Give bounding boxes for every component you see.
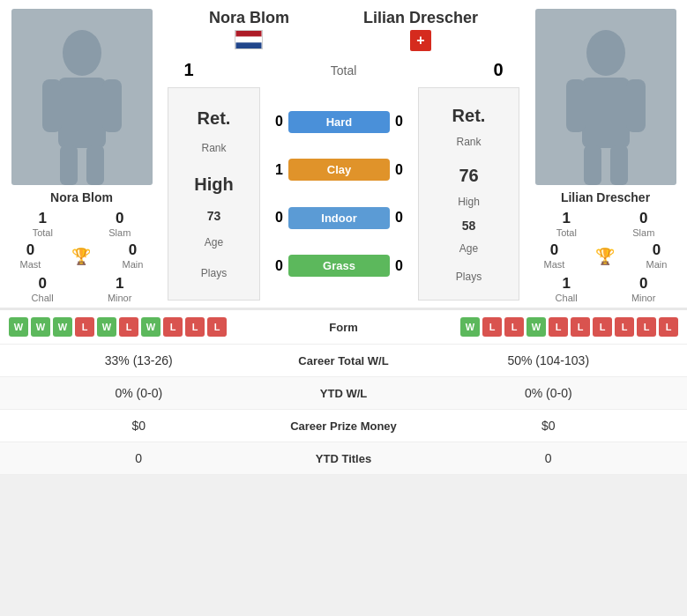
grass-button[interactable]: Grass — [288, 255, 390, 277]
right-stat-minor: 0 Minor — [631, 275, 656, 303]
total-score-left: 1 — [176, 60, 201, 80]
hard-button[interactable]: Hard — [288, 111, 390, 133]
left-flag — [209, 30, 289, 49]
svg-rect-8 — [236, 42, 262, 48]
left-rank-value: Ret. — [198, 108, 231, 129]
right-trophy-icon: 🏆 — [595, 247, 615, 266]
form-row: W W W L W L W L L L Form W L L W L L L L — [0, 310, 687, 345]
career-total-right: 50% (104-103) — [423, 353, 675, 367]
right-form-badge-3: L — [504, 317, 524, 337]
total-label: Total — [201, 63, 486, 78]
career-total-row: 33% (13-26) Career Total W/L 50% (104-10… — [0, 345, 687, 377]
ytd-titles-label: YTD Titles — [265, 452, 423, 465]
left-stat-total: 1 Total — [33, 210, 53, 238]
right-mast-label: Mast — [544, 259, 565, 270]
left-chall-label: Chall — [32, 293, 54, 303]
svg-rect-4 — [60, 145, 78, 185]
indoor-button[interactable]: Indoor — [288, 207, 390, 229]
hard-score-left: 0 — [265, 114, 283, 130]
left-player-column: Nora Blom 1 Total 0 Slam 0 Mast 🏆 0 — [0, 0, 163, 308]
svg-rect-5 — [86, 145, 104, 185]
form-label: Form — [291, 321, 397, 334]
right-form-badge-6: L — [571, 317, 590, 337]
left-player-stats-row1: 1 Total 0 Slam — [4, 210, 159, 238]
left-form-badge-3: W — [53, 317, 72, 337]
switzerland-flag: + — [410, 30, 431, 51]
total-score-row: 1 Total 0 — [163, 56, 524, 85]
left-age-label: Age — [205, 236, 223, 249]
clay-score-right: 0 — [395, 162, 413, 178]
left-player-stats-row3: 0 Chall 1 Minor — [4, 275, 159, 303]
left-form-badge-1: W — [9, 317, 28, 337]
right-age-label: Age — [459, 242, 478, 255]
svg-rect-3 — [102, 79, 122, 132]
right-form-badge-4: W — [526, 317, 546, 337]
clay-button[interactable]: Clay — [288, 159, 390, 181]
grass-score-left: 0 — [265, 258, 283, 274]
left-age-value: 73 — [207, 209, 221, 223]
svg-rect-6 — [236, 31, 262, 37]
svg-rect-12 — [626, 79, 646, 132]
surface-row-indoor: 0 Indoor 0 — [265, 207, 413, 229]
left-rank-label: Rank — [201, 142, 226, 154]
left-main-value: 0 — [129, 241, 137, 259]
right-form-badge-2: L — [482, 317, 502, 337]
right-plays-label: Plays — [456, 271, 482, 283]
ytd-wl-label: YTD W/L — [265, 387, 423, 400]
left-total-value: 1 — [39, 210, 47, 227]
indoor-score-left: 0 — [265, 210, 283, 226]
prize-money-label: Career Prize Money — [265, 419, 423, 433]
right-stat-chall: 1 Chall — [556, 275, 578, 303]
left-slam-label: Slam — [108, 227, 131, 238]
right-minor-label: Minor — [631, 293, 656, 303]
right-rank-label: Rank — [456, 136, 481, 148]
left-center-stat-box: Ret. Rank High 73 Age Plays — [168, 87, 260, 301]
right-chall-value: 1 — [562, 275, 570, 293]
hard-score-right: 0 — [395, 114, 413, 130]
ytd-titles-row: 0 YTD Titles 0 — [0, 442, 687, 475]
center-middle-section: Ret. Rank High 73 Age Plays 0 Hard 0 — [163, 85, 524, 303]
left-stat-chall: 0 Chall — [32, 275, 54, 303]
svg-rect-10 — [582, 78, 630, 148]
left-minor-label: Minor — [108, 293, 132, 303]
right-player-photo — [535, 9, 676, 185]
left-player-silhouette — [34, 26, 131, 185]
right-slam-label: Slam — [632, 227, 654, 238]
right-mast-value: 0 — [550, 241, 558, 259]
right-high-label: High — [458, 196, 480, 208]
left-stat-slam: 0 Slam — [108, 210, 131, 238]
right-rank-value: Ret. — [452, 106, 486, 126]
right-total-label: Total — [556, 227, 577, 238]
right-player-stats-row1: 1 Total 0 Slam — [528, 210, 683, 238]
surface-row-clay: 1 Clay 0 — [265, 159, 413, 181]
left-player-stats-row2: 0 Mast 🏆 0 Main — [4, 241, 159, 270]
right-high-value: 76 — [459, 166, 478, 186]
prize-money-right: $0 — [423, 419, 675, 433]
prize-money-row: $0 Career Prize Money $0 — [0, 410, 687, 442]
left-form-badge-8: L — [163, 317, 183, 337]
right-age-value: 58 — [462, 219, 476, 233]
left-plays-label: Plays — [201, 267, 227, 279]
clay-score-left: 1 — [265, 162, 283, 178]
right-total-value: 1 — [563, 210, 571, 227]
svg-rect-2 — [42, 79, 62, 132]
career-total-left: 33% (13-26) — [13, 353, 265, 367]
right-form-badge-8: L — [615, 317, 634, 337]
left-form-badge-7: W — [141, 317, 161, 337]
right-player-stats-row2: 0 Mast 🏆 0 Main — [528, 241, 683, 270]
left-form-badge-5: W — [97, 317, 116, 337]
left-mast-label: Mast — [20, 259, 41, 270]
surface-row-grass: 0 Grass 0 — [265, 255, 413, 277]
grass-score-right: 0 — [395, 258, 413, 274]
indoor-score-right: 0 — [395, 210, 413, 226]
ytd-wl-row: 0% (0-0) YTD W/L 0% (0-0) — [0, 377, 687, 410]
right-chall-label: Chall — [556, 293, 578, 303]
right-stat-mast: 0 Mast — [544, 241, 565, 270]
surfaces-column: 0 Hard 0 1 Clay 0 0 Indoor 0 — [263, 85, 415, 303]
right-minor-value: 0 — [639, 275, 647, 293]
left-center-name-block: Nora Blom — [209, 9, 289, 51]
left-form-badges: W W W L W L W L L L — [9, 317, 291, 337]
right-player-stats-row3: 1 Chall 0 Minor — [528, 275, 683, 303]
left-form-badge-10: L — [207, 317, 227, 337]
right-form-badge-7: L — [593, 317, 612, 337]
